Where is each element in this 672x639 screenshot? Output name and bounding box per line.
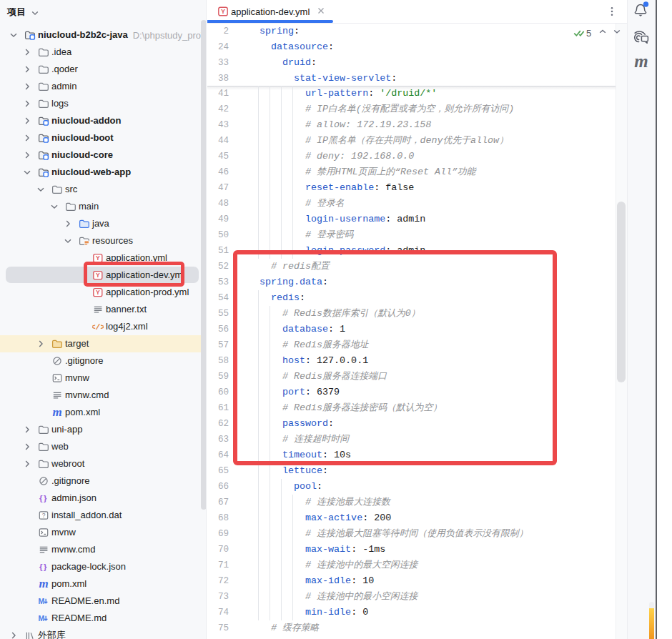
svg-text:m: m — [52, 407, 61, 418]
svg-text:Y: Y — [221, 8, 225, 15]
svg-text:{}: {} — [39, 563, 48, 571]
svg-text:?: ? — [42, 512, 46, 519]
svg-text:{}: {} — [39, 494, 48, 502]
svg-text:m: m — [39, 578, 48, 590]
svg-text:</>: </> — [92, 322, 104, 332]
svg-text:M: M — [38, 597, 44, 605]
svg-text:Y: Y — [96, 254, 100, 262]
svg-text:M: M — [38, 614, 44, 623]
svg-text:Y: Y — [96, 289, 100, 296]
